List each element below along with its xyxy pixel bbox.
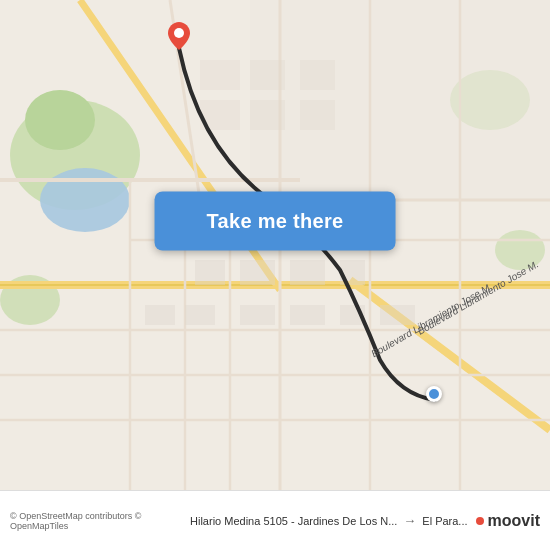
- svg-point-42: [174, 28, 184, 38]
- svg-point-3: [40, 168, 130, 232]
- route-from-label: Hilario Medina 5105 - Jardines De Los N.…: [190, 515, 397, 527]
- take-me-there-button[interactable]: Take me there: [155, 191, 396, 250]
- svg-rect-39: [340, 305, 365, 325]
- route-arrow-icon: →: [403, 513, 416, 528]
- svg-rect-37: [240, 305, 275, 325]
- svg-rect-36: [185, 305, 215, 325]
- svg-rect-40: [380, 305, 415, 325]
- moovit-logo-text: moovit: [488, 512, 540, 530]
- svg-rect-28: [340, 260, 365, 285]
- svg-rect-35: [145, 305, 175, 325]
- svg-rect-34: [300, 100, 335, 130]
- map-container: Boulevard Libramiento Jose M. Boulevard …: [0, 0, 550, 490]
- map-attribution: © OpenStreetMap contributors © OpenMapTi…: [10, 511, 190, 531]
- route-to-label: El Para...: [422, 515, 467, 527]
- svg-rect-29: [200, 60, 240, 90]
- route-info: Hilario Medina 5105 - Jardines De Los N.…: [190, 513, 468, 528]
- bottom-bar: © OpenStreetMap contributors © OpenMapTi…: [0, 490, 550, 550]
- svg-rect-7: [250, 0, 550, 200]
- svg-rect-38: [290, 305, 325, 325]
- svg-rect-30: [250, 60, 285, 90]
- svg-point-2: [25, 90, 95, 150]
- svg-rect-25: [195, 260, 225, 285]
- moovit-logo-dot: [476, 517, 484, 525]
- svg-rect-33: [250, 100, 285, 130]
- origin-pin: [426, 386, 442, 402]
- svg-rect-32: [200, 100, 240, 130]
- svg-rect-26: [240, 260, 275, 285]
- destination-pin: [168, 22, 190, 50]
- svg-point-6: [495, 230, 545, 270]
- svg-rect-31: [300, 60, 335, 90]
- moovit-logo: moovit: [476, 512, 540, 530]
- svg-rect-27: [290, 260, 325, 285]
